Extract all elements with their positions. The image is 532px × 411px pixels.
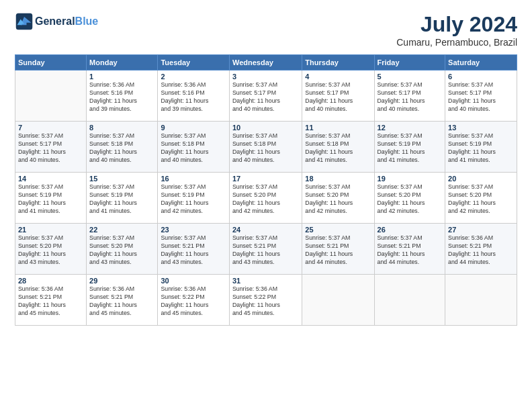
location: Cumaru, Pernambuco, Brazil (396, 37, 517, 48)
day-number: 3 (232, 73, 299, 81)
table-row: 7Sunrise: 5:37 AMSunset: 5:17 PMDaylight… (15, 122, 517, 173)
table-cell: 26Sunrise: 5:37 AMSunset: 5:21 PMDayligh… (374, 224, 445, 275)
logo: GeneralBlue (15, 12, 98, 31)
day-number: 25 (305, 226, 371, 234)
day-info: Sunrise: 5:37 AMSunset: 5:19 PMDaylight:… (89, 183, 154, 216)
table-cell: 13Sunrise: 5:37 AMSunset: 5:19 PMDayligh… (445, 122, 517, 173)
header-row: Sunday Monday Tuesday Wednesday Thursday… (15, 55, 517, 71)
logo-text: GeneralBlue (35, 15, 98, 28)
table-cell: 10Sunrise: 5:37 AMSunset: 5:18 PMDayligh… (229, 122, 302, 173)
table-cell: 25Sunrise: 5:37 AMSunset: 5:21 PMDayligh… (302, 224, 374, 275)
table-cell: 5Sunrise: 5:37 AMSunset: 5:17 PMDaylight… (374, 71, 445, 122)
table-cell: 1Sunrise: 5:36 AMSunset: 5:16 PMDaylight… (87, 71, 158, 122)
table-cell: 7Sunrise: 5:37 AMSunset: 5:17 PMDaylight… (15, 122, 87, 173)
table-cell: 29Sunrise: 5:36 AMSunset: 5:21 PMDayligh… (87, 275, 158, 326)
day-info: Sunrise: 5:37 AMSunset: 5:20 PMDaylight:… (232, 183, 299, 216)
table-cell: 18Sunrise: 5:37 AMSunset: 5:20 PMDayligh… (302, 173, 374, 224)
col-monday: Monday (87, 55, 158, 71)
day-number: 18 (305, 175, 371, 183)
day-number: 17 (232, 175, 299, 183)
day-info: Sunrise: 5:36 AMSunset: 5:21 PMDaylight:… (89, 285, 154, 318)
table-cell (302, 275, 374, 326)
day-info: Sunrise: 5:37 AMSunset: 5:21 PMDaylight:… (378, 234, 443, 267)
table-cell: 8Sunrise: 5:37 AMSunset: 5:18 PMDaylight… (87, 122, 158, 173)
calendar-page: GeneralBlue July 2024 Cumaru, Pernambuco… (0, 0, 532, 411)
day-number: 24 (232, 226, 299, 234)
day-info: Sunrise: 5:36 AMSunset: 5:22 PMDaylight:… (232, 285, 299, 318)
day-info: Sunrise: 5:37 AMSunset: 5:17 PMDaylight:… (18, 132, 83, 165)
day-number: 26 (378, 226, 443, 234)
col-wednesday: Wednesday (229, 55, 302, 71)
table-row: 21Sunrise: 5:37 AMSunset: 5:20 PMDayligh… (15, 224, 517, 275)
col-friday: Friday (374, 55, 445, 71)
day-number: 20 (448, 175, 514, 183)
day-info: Sunrise: 5:36 AMSunset: 5:16 PMDaylight:… (89, 81, 154, 113)
logo-icon (15, 12, 34, 31)
day-number: 11 (305, 124, 371, 132)
day-info: Sunrise: 5:37 AMSunset: 5:18 PMDaylight:… (89, 132, 154, 165)
day-info: Sunrise: 5:37 AMSunset: 5:17 PMDaylight:… (448, 81, 514, 113)
day-info: Sunrise: 5:37 AMSunset: 5:18 PMDaylight:… (305, 132, 371, 165)
col-tuesday: Tuesday (158, 55, 230, 71)
day-number: 9 (161, 124, 226, 132)
day-number: 12 (378, 124, 443, 132)
day-info: Sunrise: 5:36 AMSunset: 5:16 PMDaylight:… (161, 81, 226, 113)
table-cell: 16Sunrise: 5:37 AMSunset: 5:19 PMDayligh… (158, 173, 230, 224)
table-cell: 23Sunrise: 5:37 AMSunset: 5:21 PMDayligh… (158, 224, 230, 275)
day-number: 2 (161, 73, 226, 81)
day-info: Sunrise: 5:37 AMSunset: 5:20 PMDaylight:… (18, 234, 83, 267)
table-cell: 27Sunrise: 5:36 AMSunset: 5:21 PMDayligh… (445, 224, 517, 275)
day-number: 23 (161, 226, 226, 234)
table-cell: 6Sunrise: 5:37 AMSunset: 5:17 PMDaylight… (445, 71, 517, 122)
day-info: Sunrise: 5:37 AMSunset: 5:18 PMDaylight:… (232, 132, 299, 165)
day-info: Sunrise: 5:37 AMSunset: 5:19 PMDaylight:… (161, 183, 226, 216)
day-number: 21 (18, 226, 83, 234)
day-info: Sunrise: 5:37 AMSunset: 5:19 PMDaylight:… (448, 132, 514, 165)
table-cell: 9Sunrise: 5:37 AMSunset: 5:18 PMDaylight… (158, 122, 230, 173)
day-info: Sunrise: 5:37 AMSunset: 5:20 PMDaylight:… (89, 234, 154, 267)
day-info: Sunrise: 5:37 AMSunset: 5:20 PMDaylight:… (305, 183, 371, 216)
month-year: July 2024 (396, 12, 517, 37)
table-cell: 14Sunrise: 5:37 AMSunset: 5:19 PMDayligh… (15, 173, 87, 224)
day-info: Sunrise: 5:37 AMSunset: 5:17 PMDaylight:… (232, 81, 299, 113)
table-cell (445, 275, 517, 326)
table-cell: 12Sunrise: 5:37 AMSunset: 5:19 PMDayligh… (374, 122, 445, 173)
table-cell: 3Sunrise: 5:37 AMSunset: 5:17 PMDaylight… (229, 71, 302, 122)
table-cell: 17Sunrise: 5:37 AMSunset: 5:20 PMDayligh… (229, 173, 302, 224)
day-number: 14 (18, 175, 83, 183)
day-number: 16 (161, 175, 226, 183)
table-row: 28Sunrise: 5:36 AMSunset: 5:21 PMDayligh… (15, 275, 517, 326)
day-info: Sunrise: 5:36 AMSunset: 5:21 PMDaylight:… (18, 285, 83, 318)
day-number: 8 (89, 124, 154, 132)
header: GeneralBlue July 2024 Cumaru, Pernambuco… (15, 12, 517, 48)
table-cell: 31Sunrise: 5:36 AMSunset: 5:22 PMDayligh… (229, 275, 302, 326)
day-info: Sunrise: 5:37 AMSunset: 5:19 PMDaylight:… (18, 183, 83, 216)
day-number: 10 (232, 124, 299, 132)
day-number: 28 (18, 277, 83, 285)
title-block: July 2024 Cumaru, Pernambuco, Brazil (396, 12, 517, 48)
table-row: 1Sunrise: 5:36 AMSunset: 5:16 PMDaylight… (15, 71, 517, 122)
table-cell: 28Sunrise: 5:36 AMSunset: 5:21 PMDayligh… (15, 275, 87, 326)
day-info: Sunrise: 5:37 AMSunset: 5:19 PMDaylight:… (378, 132, 443, 165)
day-number: 30 (161, 277, 226, 285)
day-info: Sunrise: 5:37 AMSunset: 5:21 PMDaylight:… (232, 234, 299, 267)
day-info: Sunrise: 5:37 AMSunset: 5:21 PMDaylight:… (305, 234, 371, 267)
col-thursday: Thursday (302, 55, 374, 71)
table-cell: 2Sunrise: 5:36 AMSunset: 5:16 PMDaylight… (158, 71, 230, 122)
day-info: Sunrise: 5:37 AMSunset: 5:17 PMDaylight:… (378, 81, 443, 113)
table-cell: 30Sunrise: 5:36 AMSunset: 5:22 PMDayligh… (158, 275, 230, 326)
table-cell: 21Sunrise: 5:37 AMSunset: 5:20 PMDayligh… (15, 224, 87, 275)
table-cell: 20Sunrise: 5:37 AMSunset: 5:20 PMDayligh… (445, 173, 517, 224)
table-cell: 4Sunrise: 5:37 AMSunset: 5:17 PMDaylight… (302, 71, 374, 122)
table-row: 14Sunrise: 5:37 AMSunset: 5:19 PMDayligh… (15, 173, 517, 224)
day-info: Sunrise: 5:37 AMSunset: 5:20 PMDaylight:… (378, 183, 443, 216)
table-cell: 15Sunrise: 5:37 AMSunset: 5:19 PMDayligh… (87, 173, 158, 224)
day-info: Sunrise: 5:37 AMSunset: 5:17 PMDaylight:… (305, 81, 371, 113)
day-number: 15 (89, 175, 154, 183)
table-cell: 11Sunrise: 5:37 AMSunset: 5:18 PMDayligh… (302, 122, 374, 173)
col-saturday: Saturday (445, 55, 517, 71)
table-cell (374, 275, 445, 326)
day-number: 1 (89, 73, 154, 81)
day-info: Sunrise: 5:37 AMSunset: 5:20 PMDaylight:… (448, 183, 514, 216)
day-number: 13 (448, 124, 514, 132)
